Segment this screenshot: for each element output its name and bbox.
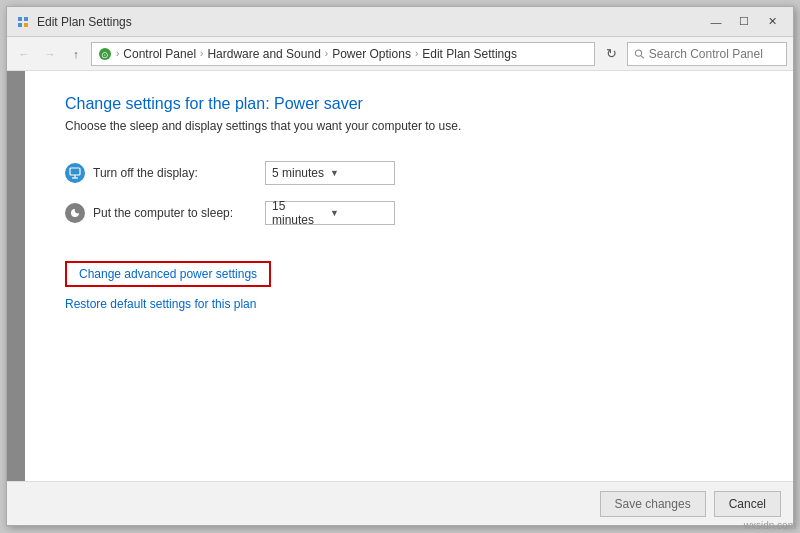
main-window: Edit Plan Settings — ☐ ✕ ← → ↑ ⊙ › Contr… [6, 6, 794, 526]
display-value: 5 minutes [272, 166, 330, 180]
path-icon: ⊙ [98, 47, 112, 61]
cancel-button[interactable]: Cancel [714, 491, 781, 517]
bottom-bar: Save changes Cancel [7, 481, 793, 525]
monitor-icon [65, 163, 85, 183]
minimize-button[interactable]: — [703, 12, 729, 32]
search-input[interactable] [649, 47, 780, 61]
sidebar [7, 71, 25, 481]
change-advanced-settings-button[interactable]: Change advanced power settings [65, 261, 271, 287]
display-dropdown-arrow: ▼ [330, 168, 388, 178]
main-content: Change settings for the plan: Power save… [7, 71, 793, 481]
sleep-label: Put the computer to sleep: [65, 203, 265, 223]
svg-rect-1 [24, 17, 28, 21]
close-button[interactable]: ✕ [759, 12, 785, 32]
path-power-options[interactable]: Power Options [332, 47, 411, 61]
window-controls: — ☐ ✕ [703, 12, 785, 32]
display-label-text: Turn off the display: [93, 166, 198, 180]
path-current[interactable]: Edit Plan Settings [422, 47, 517, 61]
search-icon [634, 48, 645, 60]
path-sep-3: › [415, 48, 418, 59]
window-title: Edit Plan Settings [37, 15, 703, 29]
back-button[interactable]: ← [13, 43, 35, 65]
restore-defaults-link[interactable]: Restore default settings for this plan [65, 297, 753, 311]
sleep-dropdown[interactable]: 15 minutes ▼ [265, 201, 395, 225]
watermark: wxsidn.com [744, 520, 796, 531]
sleep-label-text: Put the computer to sleep: [93, 206, 233, 220]
display-label: Turn off the display: [65, 163, 265, 183]
path-hardware-sound[interactable]: Hardware and Sound [207, 47, 320, 61]
title-bar: Edit Plan Settings — ☐ ✕ [7, 7, 793, 37]
svg-rect-8 [70, 168, 80, 175]
svg-point-6 [635, 49, 641, 55]
sleep-icon [65, 203, 85, 223]
sleep-row: Put the computer to sleep: 15 minutes ▼ [65, 201, 753, 225]
path-sep-2: › [325, 48, 328, 59]
address-bar: ← → ↑ ⊙ › Control Panel › Hardware and S… [7, 37, 793, 71]
svg-text:⊙: ⊙ [101, 50, 109, 60]
content-panel: Change settings for the plan: Power save… [25, 71, 793, 481]
svg-rect-2 [18, 23, 22, 27]
forward-button[interactable]: → [39, 43, 61, 65]
refresh-button[interactable]: ↻ [599, 42, 623, 66]
svg-line-7 [641, 55, 644, 58]
path-control-panel[interactable]: Control Panel [123, 47, 196, 61]
page-subtitle: Choose the sleep and display settings th… [65, 119, 753, 133]
maximize-button[interactable]: ☐ [731, 12, 757, 32]
window-icon [15, 14, 31, 30]
display-dropdown[interactable]: 5 minutes ▼ [265, 161, 395, 185]
sleep-dropdown-arrow: ▼ [330, 208, 388, 218]
address-path: ⊙ › Control Panel › Hardware and Sound ›… [91, 42, 595, 66]
path-sep-0: › [116, 48, 119, 59]
search-box [627, 42, 787, 66]
sleep-value: 15 minutes [272, 199, 330, 227]
page-heading: Change settings for the plan: Power save… [65, 95, 753, 113]
up-button[interactable]: ↑ [65, 43, 87, 65]
svg-rect-3 [24, 23, 28, 27]
display-row: Turn off the display: 5 minutes ▼ [65, 161, 753, 185]
svg-rect-0 [18, 17, 22, 21]
path-sep-1: › [200, 48, 203, 59]
save-changes-button[interactable]: Save changes [600, 491, 706, 517]
